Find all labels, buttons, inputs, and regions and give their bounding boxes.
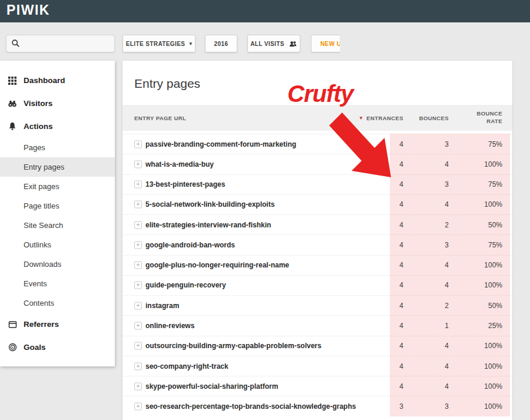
sidebar-item-entry-pages[interactable]: Entry pages [0, 157, 115, 177]
sidebar-item-label: Contents [24, 299, 54, 307]
bounce-rate-value: 100% [484, 402, 502, 411]
search-input[interactable] [24, 37, 112, 51]
bounce-rate-value: 100% [484, 261, 502, 269]
sidebar-item-actions[interactable]: Actions [0, 115, 115, 138]
table-row[interactable]: + google-plus-no-longer-requiring-real-n… [122, 255, 512, 275]
bounce-rate-value: 25% [488, 322, 502, 330]
entry-page-url[interactable]: elite-strategies-interview-rand-fishkin [145, 221, 271, 229]
expand-row-icon[interactable]: + [134, 322, 142, 330]
site-selector-label: ELITE STRATEGIES [126, 41, 186, 47]
sidebar-item-exit-pages[interactable]: Exit pages [0, 177, 115, 196]
table-row[interactable]: + what-is-a-media-buy 4 4 100% [122, 154, 512, 174]
entry-page-url[interactable]: passive-branding-comment-forum-marketing [145, 140, 296, 148]
target-icon [8, 343, 17, 352]
sidebar-item-site-search[interactable]: Site Search [0, 216, 115, 235]
expand-row-icon[interactable]: + [134, 241, 142, 249]
sidebar-item-label: Pages [24, 143, 45, 152]
entrances-value: 4 [399, 362, 403, 371]
table-row[interactable]: + instagram 4 2 50% [122, 295, 512, 315]
sidebar-item-label: Visitors [24, 99, 52, 108]
bounce-rate-value: 100% [484, 362, 502, 371]
new-update-button[interactable]: NEW U [311, 35, 340, 52]
crufty-annotation-text: Crufty [287, 81, 353, 107]
expand-row-icon[interactable]: + [134, 140, 142, 148]
table-row[interactable]: + seo-research-percentage-top-brands-soc… [122, 396, 512, 416]
sidebar-item-label: Page titles [24, 201, 59, 210]
bounces-value: 1 [445, 322, 449, 330]
expand-row-icon[interactable]: + [134, 181, 142, 188]
entry-page-url[interactable]: online-reviews [145, 322, 194, 330]
entrances-value: 4 [399, 140, 403, 148]
bounces-value: 4 [445, 382, 449, 391]
entry-page-url[interactable]: google-plus-no-longer-requiring-real-nam… [145, 261, 289, 269]
table-row[interactable]: + seo-company-right-track 4 4 100% [122, 356, 512, 376]
bounce-rate-value: 75% [488, 180, 502, 188]
expand-row-icon[interactable]: + [134, 302, 142, 309]
table-row[interactable]: + google-android-ban-words 4 3 75% [122, 234, 512, 254]
column-header-bounces[interactable]: BOUNCES [419, 115, 449, 121]
entry-page-url[interactable]: google-android-ban-words [145, 241, 235, 249]
bounces-value: 2 [445, 302, 449, 310]
visitors-group-icon [289, 40, 297, 48]
table-row[interactable]: + skype-powerful-social-sharing-platform… [122, 376, 512, 396]
entry-page-url[interactable]: what-is-a-media-buy [145, 160, 214, 168]
bounces-value: 4 [445, 281, 449, 289]
expand-row-icon[interactable]: + [134, 403, 142, 411]
bounces-value: 4 [445, 342, 449, 350]
bounces-value: 3 [445, 180, 449, 188]
entry-page-url[interactable]: outsourcing-building-army-capable-proble… [145, 342, 322, 350]
sidebar-item-downloads[interactable]: Downloads [0, 254, 115, 274]
segment-selector-label: ALL VISITS [250, 41, 284, 47]
entry-page-url[interactable]: 5-social-network-link-building-exploits [145, 200, 274, 209]
entrances-value: 4 [399, 180, 403, 188]
sidebar-item-events[interactable]: Events [0, 274, 115, 293]
expand-row-icon[interactable]: + [134, 262, 142, 269]
period-selector-button[interactable]: 2016 [205, 35, 237, 52]
expand-row-icon[interactable]: + [134, 282, 142, 289]
entry-page-url[interactable]: seo-research-percentage-top-brands-socia… [145, 402, 356, 411]
table-row[interactable]: + outsourcing-building-army-capable-prob… [122, 336, 512, 356]
table-row[interactable]: + online-reviews 4 1 25% [122, 315, 512, 335]
entry-page-url[interactable]: instagram [145, 302, 179, 310]
site-selector-button[interactable]: ELITE STRATEGIES ▾ [122, 35, 196, 52]
segment-selector-button[interactable]: ALL VISITS [247, 35, 300, 52]
entry-page-url[interactable]: seo-company-right-track [145, 362, 228, 371]
expand-row-icon[interactable]: + [134, 201, 142, 209]
expand-row-icon[interactable]: + [134, 160, 142, 168]
expand-row-icon[interactable]: + [134, 342, 142, 350]
entrances-value: 4 [399, 382, 403, 391]
column-header-entry-page-url[interactable]: ENTRY PAGE URL [134, 115, 186, 121]
sidebar-item-dashboard[interactable]: Dashboard [0, 69, 115, 92]
table-row[interactable]: + guide-penguin-recovery 4 4 100% [122, 275, 512, 295]
entrances-value: 4 [399, 342, 403, 350]
sidebar-item-label: Events [24, 279, 47, 288]
sidebar-item-referrers[interactable]: Referrers [0, 313, 115, 336]
table-row[interactable]: + 13-best-pinterest-pages 4 3 75% [122, 174, 512, 194]
search-box[interactable] [6, 35, 115, 52]
expand-row-icon[interactable]: + [134, 221, 142, 229]
sidebar-item-goals[interactable]: Goals [0, 336, 115, 359]
column-header-bounce-rate[interactable]: BOUNCE RATE [475, 110, 502, 125]
expand-row-icon[interactable]: + [134, 382, 142, 390]
entrances-value: 3 [399, 402, 403, 411]
entrances-value: 4 [399, 322, 403, 330]
sidebar-item-page-titles[interactable]: Page titles [0, 196, 115, 216]
expand-row-icon[interactable]: + [134, 362, 142, 370]
table-row[interactable]: + passive-branding-comment-forum-marketi… [122, 134, 512, 154]
binoculars-icon [8, 99, 17, 108]
table-row[interactable]: + 5-social-network-link-building-exploit… [122, 194, 512, 214]
column-header-entrances[interactable]: ▼ ENTRANCES [359, 115, 403, 121]
sidebar-item-contents[interactable]: Contents [0, 293, 115, 313]
sidebar-item-visitors[interactable]: Visitors [0, 92, 115, 115]
entry-page-url[interactable]: guide-penguin-recovery [145, 281, 226, 289]
entry-page-url[interactable]: 13-best-pinterest-pages [145, 180, 225, 188]
bounces-value: 4 [445, 200, 449, 209]
entrances-value: 4 [399, 241, 403, 249]
bell-icon [8, 122, 17, 131]
sidebar-item-outlinks[interactable]: Outlinks [0, 235, 115, 254]
table-row[interactable]: + elite-strategies-interview-rand-fishki… [122, 214, 512, 234]
sidebar-item-pages[interactable]: Pages [0, 138, 115, 157]
browser-window-icon [8, 320, 17, 329]
piwik-logo[interactable]: PIWIK [6, 2, 50, 18]
entry-page-url[interactable]: skype-powerful-social-sharing-platform [145, 382, 278, 391]
